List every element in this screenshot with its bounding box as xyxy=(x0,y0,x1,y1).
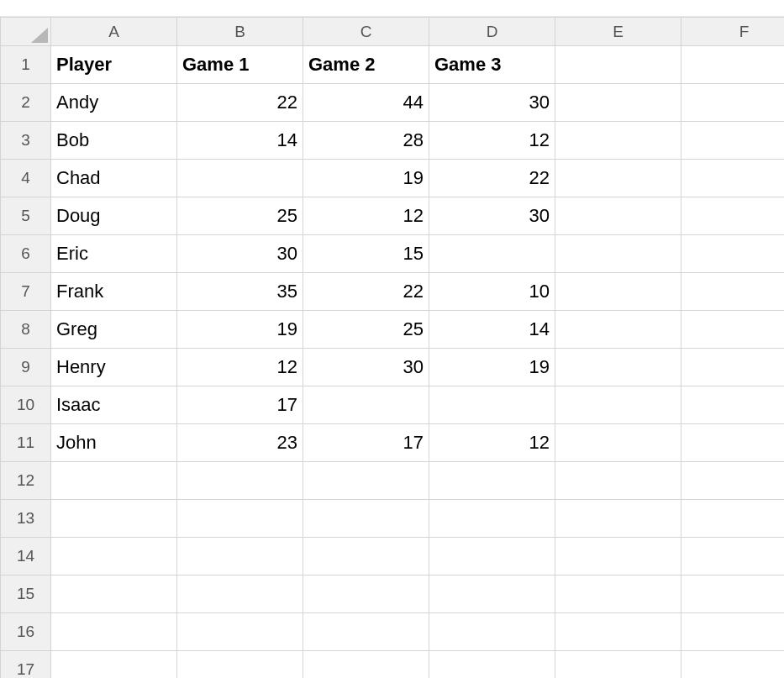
cell-F14[interactable] xyxy=(681,538,785,576)
col-header-C[interactable]: C xyxy=(303,18,429,46)
cell-B4[interactable] xyxy=(177,160,303,197)
cell-D3[interactable]: 12 xyxy=(429,122,555,160)
cell-F3[interactable] xyxy=(681,122,785,160)
cell-E6[interactable] xyxy=(555,235,681,273)
cell-B6[interactable]: 30 xyxy=(177,235,303,273)
cell-C3[interactable]: 28 xyxy=(303,122,429,160)
col-header-B[interactable]: B xyxy=(177,18,303,46)
cell-B2[interactable]: 22 xyxy=(177,84,303,122)
cell-D6[interactable] xyxy=(429,235,555,273)
cell-C7[interactable]: 22 xyxy=(303,273,429,311)
cell-A1[interactable]: Player xyxy=(51,46,177,84)
cell-C8[interactable]: 25 xyxy=(303,311,429,349)
cell-F8[interactable] xyxy=(681,311,785,349)
cell-E16[interactable] xyxy=(555,613,681,651)
cell-C1[interactable]: Game 2 xyxy=(303,46,429,84)
cell-C15[interactable] xyxy=(303,576,429,613)
col-header-E[interactable]: E xyxy=(555,18,681,46)
cell-E13[interactable] xyxy=(555,500,681,538)
cell-F1[interactable] xyxy=(681,46,785,84)
cell-F5[interactable] xyxy=(681,197,785,235)
cell-B11[interactable]: 23 xyxy=(177,424,303,462)
cell-A11[interactable]: John xyxy=(51,424,177,462)
cell-A8[interactable]: Greg xyxy=(51,311,177,349)
cell-C16[interactable] xyxy=(303,613,429,651)
row-header-15[interactable]: 15 xyxy=(1,576,51,613)
cell-A15[interactable] xyxy=(51,576,177,613)
cell-D10[interactable] xyxy=(429,386,555,424)
cell-F13[interactable] xyxy=(681,500,785,538)
cell-A5[interactable]: Doug xyxy=(51,197,177,235)
cell-C4[interactable]: 19 xyxy=(303,160,429,197)
col-header-A[interactable]: A xyxy=(51,18,177,46)
cell-C13[interactable] xyxy=(303,500,429,538)
cell-A7[interactable]: Frank xyxy=(51,273,177,311)
cell-A3[interactable]: Bob xyxy=(51,122,177,160)
cell-A14[interactable] xyxy=(51,538,177,576)
row-header-5[interactable]: 5 xyxy=(1,197,51,235)
cell-A16[interactable] xyxy=(51,613,177,651)
cell-E15[interactable] xyxy=(555,576,681,613)
cell-D17[interactable] xyxy=(429,651,555,679)
cell-E9[interactable] xyxy=(555,349,681,386)
row-header-16[interactable]: 16 xyxy=(1,613,51,651)
cell-B14[interactable] xyxy=(177,538,303,576)
cell-C14[interactable] xyxy=(303,538,429,576)
cell-B13[interactable] xyxy=(177,500,303,538)
cell-B12[interactable] xyxy=(177,462,303,500)
cell-C6[interactable]: 15 xyxy=(303,235,429,273)
select-all-corner[interactable] xyxy=(1,18,51,46)
cell-D4[interactable]: 22 xyxy=(429,160,555,197)
row-header-4[interactable]: 4 xyxy=(1,160,51,197)
cell-E8[interactable] xyxy=(555,311,681,349)
cell-B9[interactable]: 12 xyxy=(177,349,303,386)
cell-F11[interactable] xyxy=(681,424,785,462)
cell-C11[interactable]: 17 xyxy=(303,424,429,462)
cell-D15[interactable] xyxy=(429,576,555,613)
cell-F10[interactable] xyxy=(681,386,785,424)
cell-D14[interactable] xyxy=(429,538,555,576)
cell-C10[interactable] xyxy=(303,386,429,424)
cell-F17[interactable] xyxy=(681,651,785,679)
cell-F2[interactable] xyxy=(681,84,785,122)
cell-D13[interactable] xyxy=(429,500,555,538)
cell-A6[interactable]: Eric xyxy=(51,235,177,273)
cell-C9[interactable]: 30 xyxy=(303,349,429,386)
cell-F7[interactable] xyxy=(681,273,785,311)
cell-A4[interactable]: Chad xyxy=(51,160,177,197)
row-header-3[interactable]: 3 xyxy=(1,122,51,160)
row-header-9[interactable]: 9 xyxy=(1,349,51,386)
cell-B17[interactable] xyxy=(177,651,303,679)
cell-E17[interactable] xyxy=(555,651,681,679)
cell-B10[interactable]: 17 xyxy=(177,386,303,424)
cell-B15[interactable] xyxy=(177,576,303,613)
cell-E2[interactable] xyxy=(555,84,681,122)
cell-C5[interactable]: 12 xyxy=(303,197,429,235)
cell-F12[interactable] xyxy=(681,462,785,500)
row-header-7[interactable]: 7 xyxy=(1,273,51,311)
row-header-2[interactable]: 2 xyxy=(1,84,51,122)
row-header-12[interactable]: 12 xyxy=(1,462,51,500)
cell-D12[interactable] xyxy=(429,462,555,500)
row-header-13[interactable]: 13 xyxy=(1,500,51,538)
cell-D7[interactable]: 10 xyxy=(429,273,555,311)
cell-E4[interactable] xyxy=(555,160,681,197)
row-header-17[interactable]: 17 xyxy=(1,651,51,679)
row-header-1[interactable]: 1 xyxy=(1,46,51,84)
cell-A17[interactable] xyxy=(51,651,177,679)
cell-D8[interactable]: 14 xyxy=(429,311,555,349)
cell-B7[interactable]: 35 xyxy=(177,273,303,311)
cell-A10[interactable]: Isaac xyxy=(51,386,177,424)
cell-B16[interactable] xyxy=(177,613,303,651)
cell-F16[interactable] xyxy=(681,613,785,651)
cell-D1[interactable]: Game 3 xyxy=(429,46,555,84)
cell-B5[interactable]: 25 xyxy=(177,197,303,235)
cell-F9[interactable] xyxy=(681,349,785,386)
cell-B3[interactable]: 14 xyxy=(177,122,303,160)
cell-A2[interactable]: Andy xyxy=(51,84,177,122)
cell-F15[interactable] xyxy=(681,576,785,613)
cell-E12[interactable] xyxy=(555,462,681,500)
cell-D9[interactable]: 19 xyxy=(429,349,555,386)
row-header-11[interactable]: 11 xyxy=(1,424,51,462)
cell-F4[interactable] xyxy=(681,160,785,197)
